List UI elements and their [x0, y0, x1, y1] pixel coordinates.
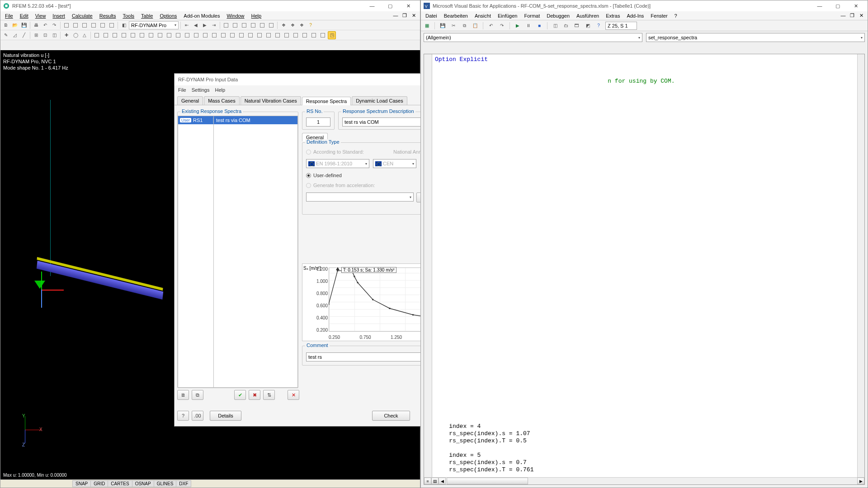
menu-options[interactable]: Options: [157, 12, 179, 19]
tb-generic-icon[interactable]: ▶: [201, 21, 209, 29]
tb-print-icon[interactable]: 🖶: [32, 21, 40, 29]
vmenu-help[interactable]: ?: [672, 12, 680, 19]
tb-generic-icon[interactable]: [93, 31, 101, 39]
tab-dynamic-load-cases[interactable]: Dynamic Load Cases: [352, 96, 407, 105]
vba-properties-icon[interactable]: 🗔: [573, 22, 581, 30]
menu-results[interactable]: Results: [97, 12, 119, 19]
tb-help-icon[interactable]: ?: [307, 21, 315, 29]
tb-generic-icon[interactable]: [231, 21, 239, 29]
check-spectrum-button[interactable]: ✔: [234, 390, 246, 400]
tb-generic-icon[interactable]: ❖: [288, 21, 297, 29]
list-item[interactable]: UserRS1 test rs via COM: [178, 116, 297, 124]
vba-vscroll[interactable]: [857, 54, 864, 477]
tb-generic-icon[interactable]: ❖: [297, 21, 306, 29]
tb-generic-icon[interactable]: [228, 31, 236, 39]
tb-generic-icon[interactable]: ◫: [50, 31, 58, 39]
vba-cut-icon[interactable]: ✂: [449, 22, 458, 30]
mdi-close[interactable]: ✕: [409, 13, 418, 19]
vba-excel-icon[interactable]: ▦: [423, 22, 431, 30]
units-button[interactable]: .00: [192, 411, 203, 421]
tb-generic-icon[interactable]: [90, 21, 98, 29]
tb-generic-icon[interactable]: [62, 21, 71, 29]
status-snap[interactable]: SNAP: [72, 480, 91, 487]
help-button[interactable]: ?: [177, 411, 189, 421]
vba-close-button[interactable]: ✕: [847, 1, 865, 11]
mdi-minimize[interactable]: —: [391, 13, 400, 19]
rfem-close-button[interactable]: ✕: [399, 1, 417, 11]
status-glines[interactable]: GLINES: [154, 480, 177, 487]
vba-redo-icon[interactable]: ↷: [498, 22, 506, 30]
tb-redo-icon[interactable]: ↷: [50, 21, 58, 29]
status-cartes[interactable]: CARTES: [108, 480, 132, 487]
tb-generic-icon[interactable]: [283, 31, 291, 39]
module-dropdown[interactable]: RF-DYNAM Pro▾: [129, 21, 179, 29]
tb-generic-icon[interactable]: ◀: [192, 21, 200, 29]
tb-generic-icon[interactable]: [120, 31, 128, 39]
menu-file[interactable]: File: [2, 12, 16, 19]
vba-maximize-button[interactable]: ▢: [829, 1, 847, 11]
tb-generic-icon[interactable]: [183, 31, 191, 39]
vmenu-ansicht[interactable]: Ansicht: [472, 12, 494, 19]
tb-generic-icon[interactable]: [71, 21, 80, 29]
delete-spectrum-button[interactable]: ✕: [288, 390, 299, 400]
vba-save-icon[interactable]: 💾: [439, 22, 447, 30]
menu-view[interactable]: View: [33, 12, 49, 19]
tb-generic-icon[interactable]: [246, 31, 255, 39]
menu-table[interactable]: Table: [138, 12, 156, 19]
vba-reset-icon[interactable]: ■: [535, 22, 543, 30]
copy-spectrum-button[interactable]: ⧉: [192, 390, 203, 400]
tb-generic-icon[interactable]: [129, 31, 137, 39]
vmenu-fenster[interactable]: Fenster: [648, 12, 670, 19]
vba-code-bottom[interactable]: index = 4 rs_spec(index).s = 1.07 rs_spe…: [424, 421, 535, 475]
hscroll-left[interactable]: ◀: [439, 478, 446, 484]
vba-break-icon[interactable]: ⏸: [524, 22, 533, 30]
tb-generic-icon[interactable]: [156, 31, 164, 39]
tb-new-icon[interactable]: 🗎: [2, 21, 10, 29]
vmenu-extras[interactable]: Extras: [603, 12, 623, 19]
vmenu-einfuegen[interactable]: Einfügen: [495, 12, 520, 19]
vba-code-text[interactable]: Option Explicit xxxxxxxxxxxxxxxxxxxxxxxx…: [424, 54, 864, 87]
tb-generic-icon[interactable]: [192, 31, 200, 39]
tb-undo-icon[interactable]: ↶: [41, 21, 49, 29]
tree-button[interactable]: ⇅: [263, 390, 275, 400]
tb-generic-icon[interactable]: [237, 31, 245, 39]
tb-generic-icon[interactable]: [99, 21, 107, 29]
tb-generic-icon[interactable]: [264, 31, 273, 39]
tb-generic-icon[interactable]: [301, 31, 309, 39]
vba-run-icon[interactable]: ▶: [514, 22, 522, 30]
hscroll-mode1[interactable]: ≡: [424, 478, 431, 484]
menu-edit[interactable]: Edit: [17, 12, 31, 19]
vba-undo-icon[interactable]: ↶: [487, 22, 495, 30]
vba-code-pane[interactable]: Option Explicit xxxxxxxxxxxxxxxxxxxxxxxx…: [424, 54, 865, 485]
tb-generic-icon[interactable]: [310, 31, 318, 39]
vmenu-format[interactable]: Format: [521, 12, 542, 19]
new-spectrum-button[interactable]: 🗎: [177, 390, 189, 400]
menu-addon-modules[interactable]: Add-on Modules: [181, 12, 222, 19]
tab-natural-vibration[interactable]: Natural Vibration Cases: [241, 96, 301, 105]
tb-generic-icon[interactable]: [222, 21, 230, 29]
dmenu-file[interactable]: File: [178, 87, 186, 93]
vba-minimize-button[interactable]: —: [811, 1, 829, 11]
hscroll-thumb[interactable]: [447, 478, 528, 484]
tb-generic-icon[interactable]: ◯: [71, 31, 80, 39]
vba-hscroll[interactable]: ≡ ▤ ◀ ▶: [424, 477, 864, 484]
tab-general[interactable]: General: [177, 96, 203, 105]
tb-generic-icon[interactable]: ⊞: [32, 31, 40, 39]
tb-generic-icon[interactable]: [138, 31, 146, 39]
hscroll-mode2[interactable]: ▤: [431, 478, 439, 484]
rs-no-input[interactable]: 1: [306, 117, 330, 127]
tb-generic-icon[interactable]: [249, 21, 257, 29]
hscroll-right[interactable]: ▶: [857, 478, 864, 484]
radio-according-standard[interactable]: According to Standard:: [306, 149, 364, 155]
tb-generic-icon[interactable]: [111, 31, 119, 39]
tb-generic-icon[interactable]: ✚: [62, 31, 71, 39]
tb-generic-icon[interactable]: ◳: [328, 31, 336, 39]
vba-help-icon[interactable]: ?: [594, 22, 603, 30]
mdi-restore[interactable]: ❐: [400, 13, 409, 19]
menu-tools[interactable]: Tools: [120, 12, 137, 19]
tb-generic-icon[interactable]: [165, 31, 173, 39]
dmenu-settings[interactable]: Settings: [192, 87, 210, 93]
vba-paste-icon[interactable]: 📋: [471, 22, 479, 30]
status-grid[interactable]: GRID: [90, 480, 108, 487]
check-button[interactable]: Check: [372, 411, 410, 421]
